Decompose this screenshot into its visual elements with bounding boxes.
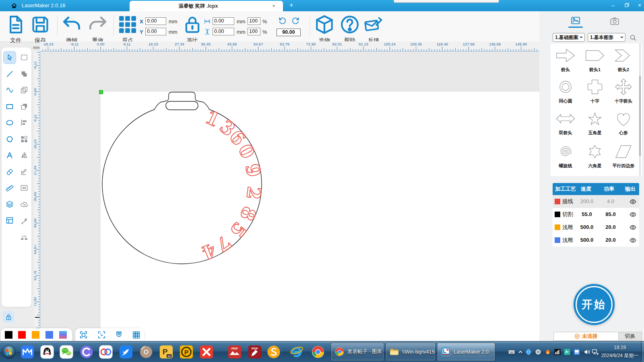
eye-icon[interactable] [629, 198, 637, 206]
focus-icon[interactable] [97, 330, 106, 339]
minimize-button[interactable]: – [607, 0, 619, 10]
document-tab[interactable]: 温睿敏 奖牌 .lcpx × [130, 1, 283, 11]
help-button[interactable]: 帮助 [339, 13, 361, 44]
feedback-button[interactable]: 反馈 [362, 13, 385, 44]
taskbar-app-p64-icon[interactable]: P64 [159, 344, 174, 360]
shape-item-partial[interactable] [582, 171, 608, 176]
x-input[interactable]: 0.00 [145, 17, 166, 25]
tray-gear-icon[interactable] [535, 348, 542, 356]
tool-grid4-button[interactable] [18, 133, 30, 145]
tool-layers-button[interactable] [4, 198, 16, 210]
switch-device-button[interactable]: 切换 [618, 332, 642, 340]
tray-winapp-icon[interactable] [573, 348, 580, 356]
tool-cloud-button[interactable] [18, 198, 30, 210]
fit-frame-icon[interactable] [79, 330, 88, 339]
tool-ellipse-button[interactable] [4, 117, 16, 129]
eye-icon[interactable] [629, 237, 637, 244]
height-input[interactable]: 0.00 [213, 28, 234, 35]
width-pct-input[interactable]: 100 [248, 17, 260, 25]
process-power[interactable]: 20.0 [601, 234, 620, 247]
eye-icon[interactable] [629, 211, 637, 218]
taskbar-app-birdapp-icon[interactable] [118, 344, 134, 360]
process-speed[interactable]: 500.0 [577, 234, 597, 247]
shape-item-rings[interactable]: 同心圆 [553, 77, 578, 104]
process-row[interactable]: 切割55.085.0 [553, 208, 639, 221]
shape-item-arrow1[interactable]: 箭头1 [582, 45, 608, 73]
start-button[interactable]: 开始 [574, 284, 615, 325]
taskbar-app-qq-icon[interactable] [39, 344, 55, 360]
color-swatch[interactable] [32, 331, 39, 339]
tool-weld-button[interactable] [18, 68, 30, 80]
restore-button[interactable] [621, 0, 633, 10]
taskbar-app-circlesapp-icon[interactable] [98, 344, 114, 360]
file-button[interactable]: 文件 [4, 13, 27, 44]
tool-text-button[interactable] [4, 149, 16, 161]
taskbar-app-pdf1-icon[interactable]: PDF [227, 344, 242, 360]
y-input[interactable]: 0.00 [145, 28, 166, 35]
gallery-scrollbar-thumb[interactable] [639, 76, 641, 156]
taskbar-app-disc-icon[interactable] [138, 344, 154, 360]
eye-icon[interactable] [629, 224, 637, 231]
taskbar-window-button[interactable]: LaserMaker 2.0 [437, 343, 495, 361]
tool-marquee-button[interactable] [18, 51, 30, 64]
process-power[interactable]: 4.0 [601, 195, 620, 208]
category-dropdown[interactable]: 1.基础图案 [553, 33, 585, 42]
new-tab-button[interactable]: + [287, 0, 296, 11]
tray-flame-icon[interactable] [544, 348, 551, 356]
shape-item-partial[interactable] [553, 171, 578, 176]
tool-framearrows-button[interactable] [18, 182, 30, 194]
shape-item-heart[interactable]: 心形 [611, 109, 636, 136]
tool-dup-button[interactable] [18, 101, 30, 113]
width-input[interactable]: 0.00 [213, 17, 234, 25]
taskbar-app-chrome-icon[interactable] [310, 344, 326, 360]
camera-tab-icon[interactable] [609, 16, 620, 27]
rotate-cw-icon[interactable] [291, 16, 300, 26]
color-swatch[interactable] [45, 331, 53, 339]
shape-item-crossarrows[interactable]: 十字箭头 [611, 77, 636, 104]
snap-grid-icon[interactable] [132, 330, 141, 339]
rotation-input[interactable]: 90.00 [277, 29, 301, 36]
tray-caretup-icon[interactable] [517, 348, 524, 356]
process-power[interactable]: 85.0 [601, 208, 620, 221]
taskbar-window-button[interactable]: 发表帖子 - 图库 -... [331, 343, 384, 361]
window-close-button[interactable]: × [634, 0, 644, 10]
shape-item-arrow[interactable]: 箭头 [553, 45, 578, 73]
gallery-tab-icon[interactable] [569, 15, 582, 26]
medal-drawing[interactable]: 1360928574 [40, 51, 539, 341]
tool-rect-button[interactable] [4, 101, 16, 113]
tool-mirror-button[interactable] [18, 149, 30, 161]
tool-line-button[interactable] [4, 68, 16, 80]
tool-align-button[interactable] [18, 117, 30, 129]
shape-item-star5[interactable]: 五角星 [582, 109, 608, 136]
shape-item-parallelogram[interactable]: 平行四边形 [611, 142, 636, 169]
tool-eraser-button[interactable] [4, 166, 16, 178]
tray-keyboard-icon[interactable] [508, 348, 515, 356]
aspect-lock-button[interactable]: 等比 [181, 13, 204, 44]
tray-tealapp-icon[interactable] [564, 348, 571, 356]
process-speed[interactable]: 55.0 [577, 208, 597, 221]
design-canvas[interactable]: 1360928574 [40, 51, 539, 341]
shape-item-cross[interactable]: 十字 [582, 77, 608, 104]
tray-network-icon[interactable] [592, 348, 599, 356]
shape-item-spiral[interactable]: 螺旋线 [553, 142, 578, 169]
process-speed[interactable]: 200.0 [577, 195, 597, 208]
process-speed[interactable]: 500.0 [577, 221, 597, 234]
shape-item-arrow2[interactable]: 箭头2 [611, 45, 636, 73]
taskbar-app-pdf2-icon[interactable]: PDF [247, 344, 262, 360]
windows-start-button[interactable] [1, 344, 17, 360]
process-row[interactable]: 浅雕500.020.0 [553, 221, 639, 234]
tool-penflag-button[interactable] [18, 214, 30, 226]
tool-nodeedit-button[interactable] [18, 166, 30, 178]
taskbar-app-yellows-icon[interactable] [266, 344, 281, 360]
redo-button[interactable]: 重做 [87, 13, 109, 44]
search-icon[interactable] [629, 34, 637, 41]
taskbar-app-wechat-icon[interactable] [59, 344, 74, 360]
tool-wave-button[interactable] [4, 84, 16, 96]
taskbar-app-appm-icon[interactable] [20, 344, 35, 360]
show-desktop-button[interactable] [641, 341, 644, 362]
tool-break-button[interactable] [18, 231, 30, 243]
rotate-ccw-icon[interactable] [278, 16, 287, 26]
process-row[interactable]: 描线200.04.0 [553, 195, 639, 208]
tray-speaker-icon[interactable] [584, 348, 591, 356]
taskbar-app-papp-icon[interactable]: P [179, 344, 194, 360]
